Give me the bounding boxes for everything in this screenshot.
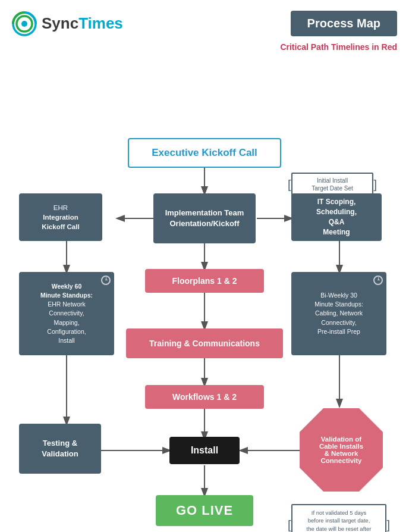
testing-box: Testing &Validation (19, 424, 101, 474)
subtitle: Critical Path Timelines in Red (0, 42, 409, 52)
install-box: Install (169, 437, 240, 464)
logo-times: Times (78, 14, 123, 32)
initial-install-label: Initial InstallTarget Date Set (312, 177, 353, 192)
go-live-box: GO LIVE (156, 495, 253, 526)
testing-label: Testing &Validation (42, 438, 78, 459)
logo-icon (12, 11, 37, 36)
flow-diagram: Executive Kickoff Call Implementation Te… (0, 58, 409, 528)
it-scoping-label: IT Scoping,Scheduling,Q&AMeeting (316, 197, 357, 237)
logo: SyncTimes (12, 11, 123, 36)
floorplans-label: Floorplans 1 & 2 (172, 276, 237, 286)
workflows-label: Workflows 1 & 2 (172, 392, 237, 402)
install-label: Install (191, 445, 218, 456)
executive-kickoff-box: Executive Kickoff Call (128, 138, 281, 168)
training-label: Training & Communications (149, 339, 260, 348)
header: SyncTimes Process Map (0, 0, 409, 42)
clock-icon-left (101, 276, 111, 285)
impl-team-box: Implementation TeamOrientation/Kickoff (153, 193, 256, 243)
workflows-box: Workflows 1 & 2 (145, 385, 264, 409)
validation-octagon: Validation ofCable Installs& NetworkConn… (297, 406, 385, 494)
biweekly-standups-box: Bi-Weekly 30Minute Standups:Cabling, Net… (291, 272, 386, 355)
floorplans-box: Floorplans 1 & 2 (145, 269, 264, 293)
ehr-integration-box: EHRIntegrationKickoff Call (19, 193, 102, 241)
initial-install-bracket: Initial InstallTarget Date Set (291, 173, 373, 196)
not-validated-bracket: If not validated 5 daysbefore install ta… (291, 504, 386, 532)
svg-point-2 (21, 21, 27, 27)
ehr-integration-label: EHRIntegrationKickoff Call (42, 203, 79, 231)
go-live-label: GO LIVE (176, 503, 233, 518)
clock-icon-right (373, 276, 383, 285)
weekly-standups-box: Weekly 60Minute Standups:EHR NetworkConn… (19, 272, 114, 355)
logo-text: SyncTimes (42, 14, 123, 33)
validation-cable-label: Validation ofCable Installs& NetworkConn… (313, 430, 369, 470)
biweekly-standups-label: Bi-Weekly 30Minute Standups:Cabling, Net… (310, 286, 368, 341)
training-box: Training & Communications (126, 328, 283, 358)
impl-team-label: Implementation TeamOrientation/Kickoff (165, 208, 244, 229)
not-validated-label: If not validated 5 daysbefore install ta… (307, 509, 372, 532)
weekly-standups-label: Weekly 60Minute Standups:EHR NetworkConn… (36, 277, 97, 351)
executive-kickoff-label: Executive Kickoff Call (152, 147, 257, 159)
logo-sync: Sync (42, 14, 78, 32)
it-scoping-box: IT Scoping,Scheduling,Q&AMeeting (291, 193, 382, 241)
process-map-label: Process Map (291, 11, 397, 36)
